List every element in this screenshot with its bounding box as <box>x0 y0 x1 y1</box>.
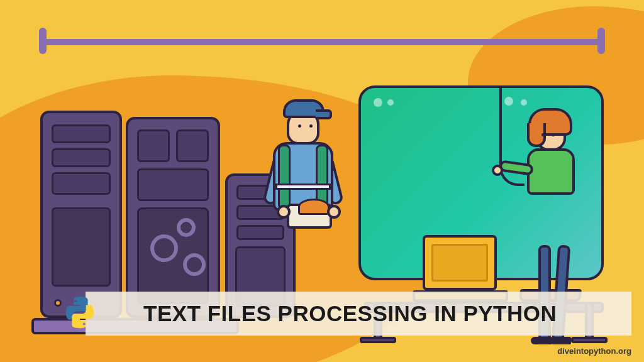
title-banner: TEXT FILES PROCESSING IN PYTHON <box>86 292 631 336</box>
eye <box>309 124 313 128</box>
server-tower <box>126 117 220 318</box>
eye <box>552 133 555 136</box>
desk-foot <box>571 337 608 343</box>
laptop-screen <box>423 235 497 290</box>
page-title: TEXT FILES PROCESSING IN PYTHON <box>143 301 557 326</box>
worker-hand <box>277 205 291 219</box>
person-hand <box>492 165 503 176</box>
worker-belt <box>275 184 331 190</box>
server-tower <box>40 111 122 318</box>
hero-illustration: TEXT FILES PROCESSING IN PYTHON diveinto… <box>0 0 644 362</box>
person-hair <box>528 108 572 136</box>
top-rail <box>40 39 604 45</box>
worker-hand <box>327 205 341 219</box>
worker-overall <box>278 145 291 210</box>
python-logo-icon <box>60 293 99 332</box>
eye <box>541 133 545 136</box>
rail-end <box>597 28 605 54</box>
person-torso <box>527 148 575 195</box>
eye <box>298 124 301 128</box>
person-foot <box>531 337 552 344</box>
person-foot <box>550 337 571 344</box>
worker-cap <box>283 99 325 118</box>
rail-end <box>39 28 47 54</box>
credit-text: diveintopython.org <box>557 346 631 356</box>
desk-foot <box>360 337 396 343</box>
carry-box <box>287 204 332 229</box>
